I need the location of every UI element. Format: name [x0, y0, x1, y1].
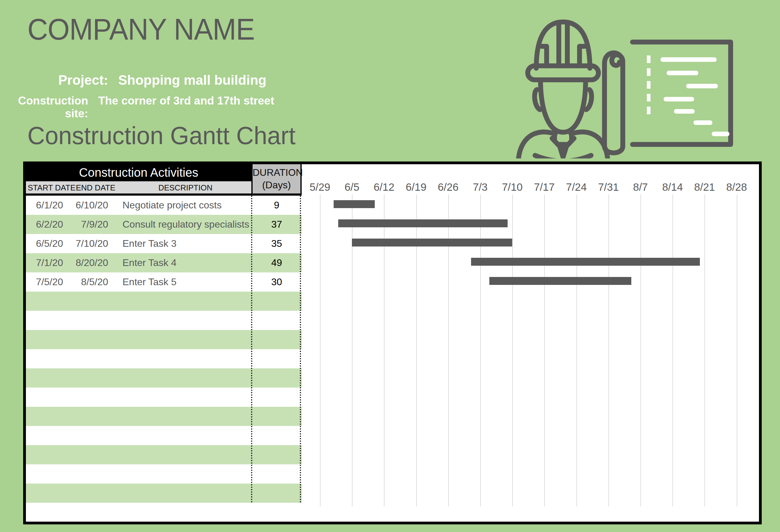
table-title: Construction Activities	[26, 164, 251, 181]
axis-tick-label: 7/17	[527, 181, 561, 193]
cell-start[interactable]: 6/2/20	[26, 219, 70, 230]
axis-tick-label: 8/21	[688, 181, 721, 193]
empty-row[interactable]	[26, 369, 302, 388]
cell-dur[interactable]: 9	[252, 200, 302, 211]
cell-end[interactable]: 8/20/20	[70, 257, 119, 269]
axis-tick-label: 6/19	[399, 181, 433, 193]
axis-tick-label: 8/28	[720, 181, 753, 193]
construction-site-label: Construction site:	[0, 94, 88, 120]
cell-dur[interactable]: 37	[252, 219, 302, 230]
cell-dur[interactable]: 30	[252, 276, 302, 288]
gridline	[577, 194, 577, 506]
empty-row[interactable]	[26, 407, 302, 426]
gantt-bar	[338, 220, 507, 227]
axis-tick-label: 6/12	[367, 181, 401, 193]
gantt-bar	[471, 258, 700, 266]
gantt-bar	[489, 277, 631, 285]
gridline	[320, 194, 321, 506]
project-line: Project: Shopping mall building	[0, 72, 274, 88]
task-row[interactable]: 7/5/208/5/20Enter Task 530	[26, 273, 302, 292]
empty-row[interactable]	[26, 484, 302, 503]
blueprint-gantt-marks	[649, 55, 729, 136]
empty-row[interactable]	[26, 292, 302, 311]
project-value[interactable]: Shopping mall building	[118, 72, 266, 88]
scroll-curl	[612, 55, 623, 65]
cell-start[interactable]: 7/5/20	[26, 276, 70, 288]
cell-desc[interactable]: Negotiate project costs	[119, 200, 252, 211]
axis-tick-label: 6/26	[431, 181, 465, 193]
cell-end[interactable]: 7/9/20	[70, 219, 119, 230]
cell-dur[interactable]: 35	[252, 238, 302, 249]
axis-tick-label: 8/7	[624, 181, 657, 193]
cell-start[interactable]: 7/1/20	[26, 257, 70, 269]
task-row[interactable]: 6/5/207/10/20Enter Task 335	[26, 234, 302, 253]
engineer-blueprint-icon	[509, 13, 737, 158]
cell-desc[interactable]: Enter Task 3	[119, 238, 252, 249]
task-table-rows: 6/1/206/10/20Negotiate project costs96/2…	[26, 196, 302, 503]
face	[540, 83, 586, 132]
company-name: COMPANY NAME	[28, 12, 255, 47]
task-row[interactable]: 6/1/206/10/20Negotiate project costs9	[26, 196, 302, 215]
cell-start[interactable]: 6/1/20	[26, 200, 70, 211]
axis-tick-label: 8/14	[656, 181, 689, 193]
empty-row[interactable]	[26, 426, 302, 445]
gridline	[737, 194, 737, 506]
page-title: Construction Gantt Chart	[28, 121, 296, 150]
cell-start[interactable]: 6/5/20	[26, 238, 70, 249]
cell-end[interactable]: 6/10/20	[70, 200, 119, 211]
empty-row[interactable]	[26, 349, 302, 369]
gridline	[640, 194, 641, 506]
cell-desc[interactable]: Enter Task 4	[119, 257, 252, 269]
table-subheader: START DATE END DATE DESCRIPTION	[26, 181, 251, 193]
axis-tick-label: 7/10	[495, 181, 529, 193]
gantt-bar	[352, 239, 512, 246]
task-row[interactable]: 7/1/208/20/20Enter Task 449	[26, 253, 302, 273]
column-header-end-date: END DATE	[76, 183, 115, 193]
empty-row[interactable]	[26, 464, 302, 484]
column-header-description: DESCRIPTION	[119, 183, 252, 193]
task-row[interactable]: 6/2/207/9/20Consult regulatory specialis…	[26, 215, 302, 234]
axis-tick-label: 7/3	[464, 181, 497, 193]
gridline	[512, 194, 513, 506]
gridline	[608, 194, 609, 506]
axis-tick-label: 7/24	[560, 181, 593, 193]
spreadsheet-page: COMPANY NAME Project: Shopping mall buil…	[0, 0, 780, 532]
cell-end[interactable]: 8/5/20	[70, 276, 119, 288]
cell-desc[interactable]: Consult regulatory specialists	[119, 219, 252, 230]
gridline	[673, 194, 673, 506]
cell-dur[interactable]: 49	[252, 257, 302, 269]
cell-desc[interactable]: Enter Task 5	[119, 276, 252, 288]
header-divider	[26, 193, 302, 196]
gridline	[704, 194, 705, 506]
construction-site-line: Construction site: The corner of 3rd and…	[0, 94, 274, 120]
empty-row[interactable]	[26, 330, 302, 349]
gantt-chart-frame: Construction Activities START DATE END D…	[23, 161, 762, 524]
gridline	[544, 194, 545, 506]
empty-row[interactable]	[26, 311, 302, 330]
construction-site-value[interactable]: The corner of 3rd and 17th street	[98, 94, 274, 120]
column-header-start-date: START DATE	[28, 183, 76, 193]
duration-column-left-border	[251, 196, 252, 503]
empty-row[interactable]	[26, 445, 302, 464]
axis-tick-label: 6/5	[335, 181, 369, 193]
empty-row[interactable]	[26, 388, 302, 407]
duration-column-right-border	[300, 196, 301, 503]
tie	[559, 144, 567, 157]
column-header-duration: DURATION (Days)	[251, 164, 302, 196]
axis-tick-label: 5/29	[303, 181, 337, 193]
axis-tick-label: 7/31	[592, 181, 625, 193]
cell-end[interactable]: 7/10/20	[70, 238, 119, 249]
gantt-bar	[334, 200, 375, 208]
project-label: Project:	[0, 72, 108, 88]
hard-hat-brim	[528, 66, 598, 80]
